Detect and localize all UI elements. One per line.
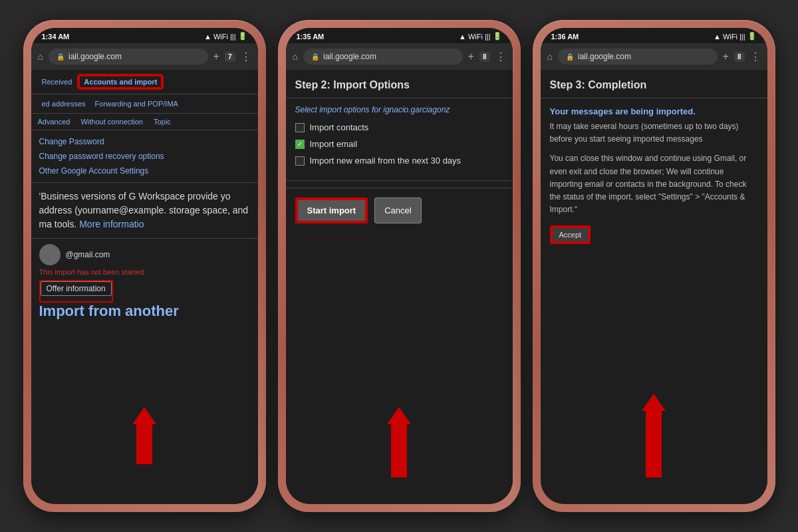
google-account-settings-link[interactable]: Other Google Account Settings [39, 166, 250, 176]
email-section: @gmail.com This import has not been star… [31, 239, 258, 325]
main-tabs-1: Received Accounts and import [31, 70, 258, 94]
tab-count-1[interactable]: 7 [225, 52, 235, 62]
sub-tab-without-connection[interactable]: Without connection [80, 118, 143, 126]
sub-tab-topic[interactable]: Topic [154, 118, 171, 126]
import-from-heading: Import from another [39, 303, 250, 320]
wifi-icon: WiFi [213, 33, 228, 41]
option-new-email: Import new email from the next 30 days [295, 156, 503, 166]
phone-3: 1:36 AM ▲ WiFi ||| 🔋 ⌂ 🔒 iail.google.com [533, 20, 775, 512]
home-icon-2[interactable]: ⌂ [293, 51, 298, 62]
wifi-icon-3: WiFi [723, 33, 737, 41]
avatar-blurred [39, 244, 61, 265]
tab-count-2[interactable]: 8 [479, 52, 490, 62]
battery-icon-3: 🔋 [747, 32, 757, 41]
label-new-email: Import new email from the next 30 days [310, 156, 462, 166]
import-options: Import contacts ✓ Import email Import ne… [286, 118, 513, 170]
url-bar-2[interactable]: 🔒 iail.google.com [303, 49, 463, 65]
menu-icon-2[interactable]: ⋮ [495, 51, 506, 63]
accept-area: Accept [541, 216, 767, 253]
tab-accounts-box: Accounts and import [77, 75, 164, 88]
browser-bar-2: ⌂ 🔒 iail.google.com + 8 ⋮ [286, 43, 513, 70]
cancel-button[interactable]: Cancel [374, 198, 421, 223]
email-label-2: Select import options for ignacio.garcia… [286, 98, 513, 118]
select-options-text: Select import options for [295, 105, 381, 114]
arrow-up-3 [642, 394, 666, 477]
status-bar-2: 1:35 AM ▲ WiFi ||| 🔋 [286, 28, 513, 43]
offer-info-btn[interactable]: Offer information [41, 281, 112, 296]
url-bar-1[interactable]: 🔒 iail.google.com [49, 49, 208, 65]
signal-icon: ▲ [204, 33, 211, 41]
checkbox-contacts[interactable] [295, 123, 305, 132]
dialog-title-3: Step 3: Completion [541, 70, 767, 98]
arrow-up-2 [387, 407, 411, 477]
email-row: @gmail.com [39, 244, 250, 265]
start-import-button[interactable]: Start import [297, 199, 367, 222]
secondary-tabs: ed addresses Forwarding and POP/IMA [31, 94, 258, 114]
email-italic: ignacio.garciagonz [383, 105, 450, 114]
sub-tabs-1: Advanced Without connection Topic [31, 114, 258, 130]
time-2: 1:35 AM [297, 33, 325, 41]
sub-tab-advanced[interactable]: Advanced [38, 118, 70, 126]
accept-button[interactable]: Accept [551, 227, 590, 243]
change-recovery-link[interactable]: Change password recovery options [39, 152, 250, 161]
add-tab-icon[interactable]: + [213, 51, 219, 63]
time-3: 1:36 AM [551, 33, 579, 41]
url-text-3: iail.google.com [578, 52, 631, 61]
tab-ed-addresses[interactable]: ed addresses [38, 97, 90, 110]
url-bar-3[interactable]: 🔒 iail.google.com [558, 49, 718, 65]
label-contacts: Import contacts [310, 122, 369, 132]
menu-icon-3[interactable]: ⋮ [750, 51, 761, 63]
promo-text: 'Business versions of G Workspace provid… [31, 183, 258, 239]
time-1: 1:34 AM [42, 33, 70, 41]
tab-accounts[interactable]: Accounts and import [78, 74, 162, 90]
body-text-3: It may take several hours (sometimes up … [541, 120, 767, 216]
phone-2: 1:35 AM ▲ WiFi ||| 🔋 ⌂ 🔒 iail.google.com [278, 20, 521, 512]
phone-1: 1:34 AM ▲ WiFi ||| 🔋 ⌂ 🔒 iail.google.com [23, 20, 266, 512]
checkbox-new-email[interactable] [295, 156, 305, 166]
change-password-link[interactable]: Change Password [39, 137, 250, 146]
browser-bar-3: ⌂ 🔒 iail.google.com + 8 ⋮ [541, 43, 767, 70]
lock-icon-2: 🔒 [311, 53, 319, 61]
tab-forwarding[interactable]: Forwarding and POP/IMA [91, 97, 182, 110]
add-tab-icon-2[interactable]: + [468, 51, 474, 63]
dialog-buttons-2: Start import Cancel [286, 188, 513, 233]
status-icons-1: ▲ WiFi ||| 🔋 [204, 32, 247, 41]
tab-received[interactable]: Received [38, 75, 76, 88]
signal-bars-3: ||| [739, 33, 745, 41]
signal-icon-2: ▲ [459, 33, 466, 41]
status-bar-1: 1:34 AM ▲ WiFi ||| 🔋 [31, 28, 258, 43]
battery-icon: 🔋 [238, 32, 247, 41]
start-import-box: Start import [295, 198, 368, 223]
gmail-address: @gmail.com [66, 250, 110, 259]
offer-info-box: Offer information [39, 280, 113, 303]
home-icon-3[interactable]: ⌂ [547, 51, 553, 62]
dialog-title-2: Step 2: Import Options [286, 70, 513, 98]
tab-count-3[interactable]: 8 [734, 52, 745, 62]
option-contacts: Import contacts [295, 122, 503, 132]
menu-icon-1[interactable]: ⋮ [241, 51, 251, 63]
status-icons-3: ▲ WiFi ||| 🔋 [714, 32, 756, 41]
page-content-3: Step 3: Completion Your messages are bei… [541, 70, 767, 504]
option-email: ✓ Import email [295, 139, 503, 149]
signal-bars: ||| [230, 33, 236, 41]
arrow-up-1 [132, 407, 156, 464]
signal-bars-2: ||| [485, 33, 491, 41]
page-content-1: Received Accounts and import ed addresse… [31, 70, 258, 504]
add-tab-icon-3[interactable]: + [723, 51, 729, 63]
browser-bar-1: ⌂ 🔒 iail.google.com + 7 ⋮ [31, 43, 258, 70]
status-icons-2: ▲ WiFi ||| 🔋 [459, 32, 501, 41]
signal-icon-3: ▲ [714, 33, 721, 41]
home-icon[interactable]: ⌂ [38, 51, 43, 62]
lock-icon: 🔒 [57, 53, 65, 61]
lock-icon-3: 🔒 [566, 53, 574, 61]
import-notice: This import has not been started. [39, 268, 250, 276]
success-message: Your messages are being imported. [541, 98, 767, 120]
more-info-link[interactable]: More informatio [79, 219, 144, 229]
url-text-1: iail.google.com [68, 52, 122, 61]
checkbox-email[interactable]: ✓ [295, 140, 305, 149]
wifi-icon-2: WiFi [468, 33, 483, 41]
label-email: Import email [310, 139, 358, 149]
battery-icon-2: 🔋 [493, 32, 502, 41]
para2: You can close this window and continue u… [550, 152, 758, 216]
url-text-2: iail.google.com [323, 52, 376, 61]
